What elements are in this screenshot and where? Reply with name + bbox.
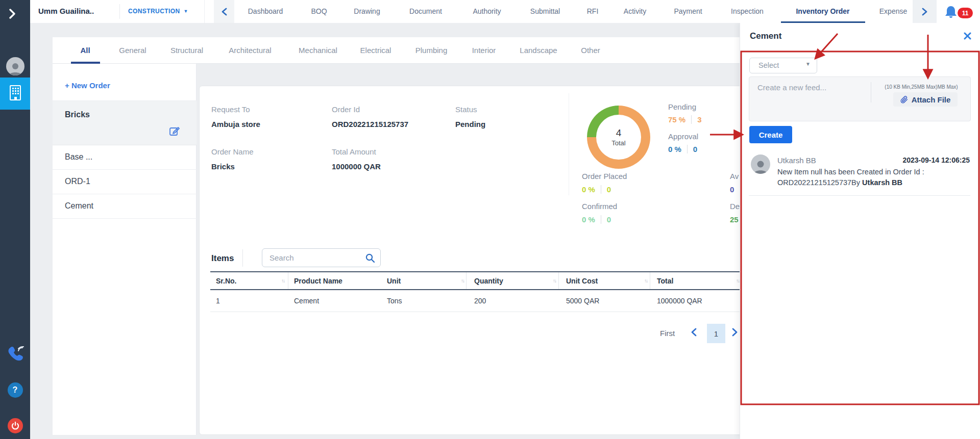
search-input[interactable]: [268, 252, 360, 263]
column-header-srno[interactable]: Sr.No.: [216, 277, 236, 285]
column-header-quantity[interactable]: Quantity: [474, 277, 503, 285]
tab-authority[interactable]: Authority: [473, 7, 501, 15]
top-bar: Umm Guailina.. CONSTRUCTION ▼ Dashboard …: [30, 0, 980, 23]
field-value: 1000000 QAR: [332, 162, 381, 171]
attach-size-hint: (10 KB Min,25MB Max)MB Max): [874, 84, 969, 90]
stat-values-pending: 75 %3: [668, 115, 702, 124]
nav-scroll-left-button[interactable]: [214, 0, 234, 23]
stat-value-truncated-av: 0: [730, 185, 734, 194]
tab-structural[interactable]: Structural: [170, 46, 203, 55]
close-icon[interactable]: [964, 32, 971, 42]
order-item-base[interactable]: Base ...: [53, 145, 197, 170]
chevron-left-icon: [222, 8, 227, 16]
divider: [119, 4, 120, 19]
tab-dashboard[interactable]: Dashboard: [248, 7, 283, 15]
active-tab-underline: [781, 21, 865, 23]
items-search: [262, 248, 381, 267]
table-row[interactable]: 1 Cement Tons 200 5000 QAR 1000000 QAR: [210, 290, 766, 312]
new-order-button[interactable]: + New Order: [65, 81, 110, 90]
tab-general[interactable]: General: [119, 46, 146, 55]
support-call-button[interactable]: [0, 346, 30, 365]
divider: [569, 93, 569, 195]
tab-other[interactable]: Other: [581, 46, 600, 55]
notifications-button[interactable]: [943, 5, 959, 22]
tab-landscape[interactable]: Landscape: [520, 46, 557, 55]
user-avatar[interactable]: [6, 57, 24, 75]
divider: [871, 82, 871, 102]
field-label: Status: [455, 105, 477, 114]
tab-payment[interactable]: Payment: [674, 7, 702, 15]
logout-button[interactable]: [0, 418, 30, 433]
tab-boq[interactable]: BOQ: [311, 7, 327, 15]
tab-plumbing[interactable]: Plumbing: [415, 46, 448, 55]
feed-message-author: Utkarsh BB: [862, 178, 902, 187]
feed-type-select[interactable]: Select ▼: [749, 58, 817, 73]
create-button[interactable]: Create: [749, 126, 792, 143]
stat-label-order-placed: Order Placed: [582, 172, 627, 180]
order-item-bricks-selected[interactable]: Bricks: [53, 101, 197, 145]
items-table-header: Sr.No.↑↓ Product Name↑↓ Unit↑↓ Quantity↑…: [210, 271, 766, 290]
select-placeholder: Select: [758, 61, 779, 69]
feed-message-line1: New Item null has been Created in Order …: [777, 168, 924, 176]
tab-submittal[interactable]: Submittal: [530, 7, 560, 15]
tab-rfi[interactable]: RFI: [587, 7, 599, 15]
sidebar-expand-chevron-icon[interactable]: [9, 9, 16, 21]
donut-total-label: Total: [611, 139, 625, 147]
bell-icon: [943, 5, 959, 20]
field-value: Pending: [455, 120, 485, 128]
divider: [749, 195, 970, 196]
stat-label-pending: Pending: [668, 102, 696, 111]
donut-total-value: 4: [616, 127, 622, 139]
pagination-next-icon[interactable]: [732, 328, 738, 339]
tab-interior[interactable]: Interior: [472, 46, 496, 55]
orders-list-panel: + New Order Bricks Base ... ORD-1 Cement: [53, 64, 197, 435]
stat-values-confirmed: 0 %0: [582, 215, 611, 224]
project-title: Umm Guailina..: [38, 7, 94, 15]
help-button[interactable]: ?: [0, 382, 30, 398]
search-icon[interactable]: [365, 253, 375, 265]
attach-file-button[interactable]: Attach File: [893, 92, 958, 107]
column-header-unitcost[interactable]: Unit Cost: [566, 277, 598, 285]
feed-composer: (10 KB Min,25MB Max)MB Max) Attach File: [749, 76, 971, 121]
stat-label-truncated-av: Av: [730, 172, 739, 180]
tab-all[interactable]: All: [80, 46, 90, 55]
column-header-product[interactable]: Product Name: [294, 277, 342, 285]
edit-order-icon[interactable]: [169, 125, 180, 139]
tab-inventory-order[interactable]: Inventory Order: [796, 7, 849, 15]
attach-file-label: Attach File: [912, 95, 951, 104]
feed-message-input[interactable]: [756, 82, 866, 116]
order-name: Bricks: [65, 110, 90, 119]
order-detail-card: Request To Ambuja store Order Id ORD2022…: [199, 86, 766, 435]
project-type-dropdown[interactable]: CONSTRUCTION ▼: [128, 8, 188, 15]
sidebar-item-projects[interactable]: [0, 78, 30, 110]
tab-inspection[interactable]: Inspection: [731, 7, 764, 15]
order-item-ord1[interactable]: ORD-1: [53, 170, 197, 194]
tab-architectural[interactable]: Architectural: [229, 46, 271, 55]
notification-count-badge: 11: [958, 8, 973, 18]
pagination-prev-icon[interactable]: [691, 328, 697, 339]
tab-activity[interactable]: Activity: [624, 7, 646, 15]
field-value: Ambuja store: [211, 120, 260, 128]
stat-value-truncated-de: 25: [730, 215, 739, 224]
field-label: Request To: [211, 105, 250, 114]
nav-scroll-right-button[interactable]: [913, 0, 937, 23]
paperclip-icon: [900, 96, 908, 104]
feed-message-line2: ORD20221215125737By Utkarsh BB: [777, 178, 902, 187]
stat-label-confirmed: Confirmed: [582, 202, 617, 211]
field-value: ORD20221215125737: [332, 120, 408, 128]
tab-drawing[interactable]: Drawing: [354, 7, 380, 15]
tab-document[interactable]: Document: [409, 7, 442, 15]
stat-values-order-placed: 0 %0: [582, 185, 611, 194]
tab-mechanical[interactable]: Mechanical: [299, 46, 337, 55]
divider: [242, 249, 243, 267]
column-header-unit[interactable]: Unit: [387, 277, 401, 285]
order-item-cement[interactable]: Cement: [53, 194, 197, 219]
tab-expense[interactable]: Expense: [879, 7, 907, 15]
field-value: Bricks: [211, 162, 235, 171]
column-header-total[interactable]: Total: [657, 277, 673, 285]
pagination-page-1[interactable]: 1: [707, 324, 725, 343]
pagination-first[interactable]: First: [660, 329, 675, 338]
feed-panel-title: Cement: [750, 31, 781, 41]
tab-electrical[interactable]: Electrical: [360, 46, 391, 55]
field-label: Order Id: [332, 105, 360, 114]
